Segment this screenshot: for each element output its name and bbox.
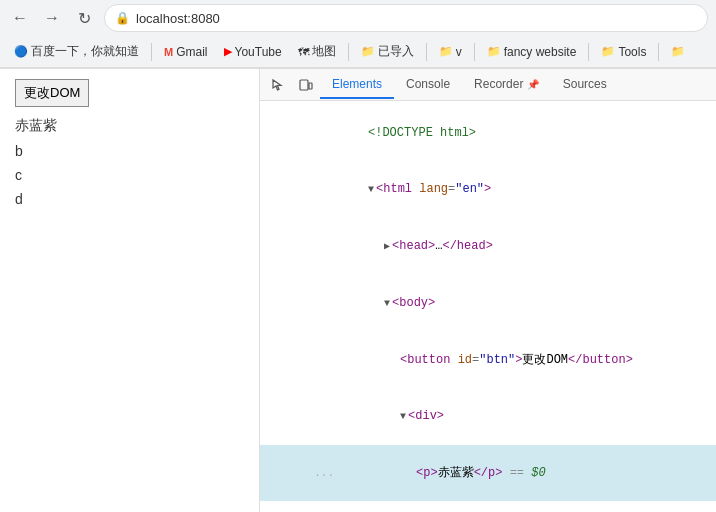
body-triangle[interactable]: ▼ [384,298,390,309]
back-button[interactable]: ← [8,6,32,30]
browser-chrome: ← → ↻ 🔒 localhost:8080 🔵 百度一下，你就知道 M Gma… [0,0,716,69]
recorder-pin-icon: 📌 [527,79,539,90]
page-text-d: d [15,191,244,207]
p-red-line: ... <p>赤蓝紫</p> == $0 [260,445,716,501]
bookmark-extra[interactable]: 📁 [665,43,691,60]
btn-close-tag: </button> [568,353,633,367]
bookmarks-bar: 🔵 百度一下，你就知道 M Gmail ▶ YouTube 🗺 地图 📁 已导入… [0,36,716,68]
p-b-line: <p>b</p> [260,501,716,512]
lang-attr: lang [419,182,448,196]
bookmark-tools-label: Tools [618,45,646,59]
bookmark-separator2 [348,43,349,61]
folder-icon3: 📁 [487,45,501,58]
bookmark-fancy-label: fancy website [504,45,577,59]
head-triangle[interactable]: ▶ [384,241,390,252]
nav-bar: ← → ↻ 🔒 localhost:8080 [0,0,716,36]
dots-indicator: ... [308,464,340,482]
bookmark-v[interactable]: 📁 v [433,43,468,61]
bookmark-imported-label: 已导入 [378,43,414,60]
maps-icon: 🗺 [298,46,309,58]
bookmark-separator [151,43,152,61]
bookmark-separator6 [658,43,659,61]
div-open-content: ▼<div> [324,389,716,444]
btn-id-attr: id [458,353,472,367]
device-icon[interactable] [292,71,320,99]
page-text-b: b [15,143,244,159]
head-close-tag: </head> [442,239,492,253]
baidu-icon: 🔵 [14,45,28,58]
devtools-html-tree: <!DOCTYPE html> ▼<html lang="en"> ▶<head… [260,101,716,512]
tab-console[interactable]: Console [394,71,462,99]
bookmark-baidu[interactable]: 🔵 百度一下，你就知道 [8,41,145,62]
p-b-content: <p>b</p> [340,502,716,512]
devtools-tabs: Elements Console Recorder 📌 Sources [260,69,716,101]
devtools-panel: Elements Console Recorder 📌 Sources <!DO… [260,69,716,512]
p-red-content: <p>赤蓝紫</p> == $0 [340,446,716,500]
html-open-line: ▼<html lang="en"> [260,161,716,218]
lock-icon: 🔒 [115,11,130,25]
bookmark-fancy[interactable]: 📁 fancy website [481,43,583,61]
bookmark-separator4 [474,43,475,61]
body-open-line: ▼<body> [260,275,716,332]
folder-icon2: 📁 [439,45,453,58]
html-triangle[interactable]: ▼ [368,184,374,195]
head-content: ▶<head>…</head> [308,219,716,274]
page-content: 更改DOM 赤蓝紫 b c d [0,69,260,512]
bookmark-imported[interactable]: 📁 已导入 [355,41,420,62]
svg-rect-1 [309,83,312,89]
bookmark-separator3 [426,43,427,61]
head-tag: <head> [392,239,435,253]
bookmark-maps[interactable]: 🗺 地图 [292,41,342,62]
youtube-icon: ▶ [224,45,232,58]
doctype-content: <!DOCTYPE html> [292,106,716,160]
main-area: 更改DOM 赤蓝紫 b c d Elements Console Recorde… [0,69,716,512]
doctype-text: <!DOCTYPE html> [368,126,476,140]
bookmark-baidu-label: 百度一下，你就知道 [31,43,139,60]
bookmark-gmail[interactable]: M Gmail [158,43,214,61]
html-close-bracket: > [484,182,491,196]
bookmark-v-label: v [456,45,462,59]
address-bar[interactable]: 🔒 localhost:8080 [104,4,708,32]
button-element-content: <button id="btn">更改DOM</button> [324,333,716,387]
page-text-c: c [15,167,244,183]
div-open-line: ▼<div> [260,388,716,445]
url-text: localhost:8080 [136,11,220,26]
bookmark-youtube-label: YouTube [235,45,282,59]
tab-elements[interactable]: Elements [320,71,394,99]
head-collapsed-line: ▶<head>…</head> [260,218,716,275]
body-tag: <body> [392,296,435,310]
page-text-red: 赤蓝紫 [15,117,244,135]
gmail-icon: M [164,46,173,58]
html-open-content: ▼<html lang="en"> [292,162,716,217]
folder-icon4: 📁 [671,45,685,58]
bookmark-youtube[interactable]: ▶ YouTube [218,43,288,61]
bookmark-separator5 [588,43,589,61]
btn-id-value: "btn" [479,353,515,367]
button-element-line: <button id="btn">更改DOM</button> [260,332,716,388]
p-red-text: 赤蓝紫 [438,466,474,480]
equals-sign: == [502,466,531,480]
dollar-zero: $0 [531,466,545,480]
div-tag: <div> [408,409,444,423]
cursor-icon[interactable] [264,71,292,99]
p-red-close: </p> [474,466,503,480]
div-triangle[interactable]: ▼ [400,411,406,422]
btn-open-tag: <button [400,353,458,367]
svg-rect-0 [300,80,308,90]
bookmark-maps-label: 地图 [312,43,336,60]
html-tag: <html [376,182,412,196]
change-dom-button[interactable]: 更改DOM [15,79,89,107]
lang-value: "en" [455,182,484,196]
tab-sources[interactable]: Sources [551,71,619,99]
html-doctype-line: <!DOCTYPE html> [260,105,716,161]
forward-button[interactable]: → [40,6,64,30]
bookmark-gmail-label: Gmail [176,45,207,59]
btn-text: 更改DOM [522,353,568,367]
body-content: ▼<body> [308,276,716,331]
bookmark-tools[interactable]: 📁 Tools [595,43,652,61]
folder-icon1: 📁 [361,45,375,58]
p-red-open: <p> [416,466,438,480]
reload-button[interactable]: ↻ [72,6,96,30]
tools-folder-icon: 📁 [601,45,615,58]
tab-recorder[interactable]: Recorder 📌 [462,71,551,99]
